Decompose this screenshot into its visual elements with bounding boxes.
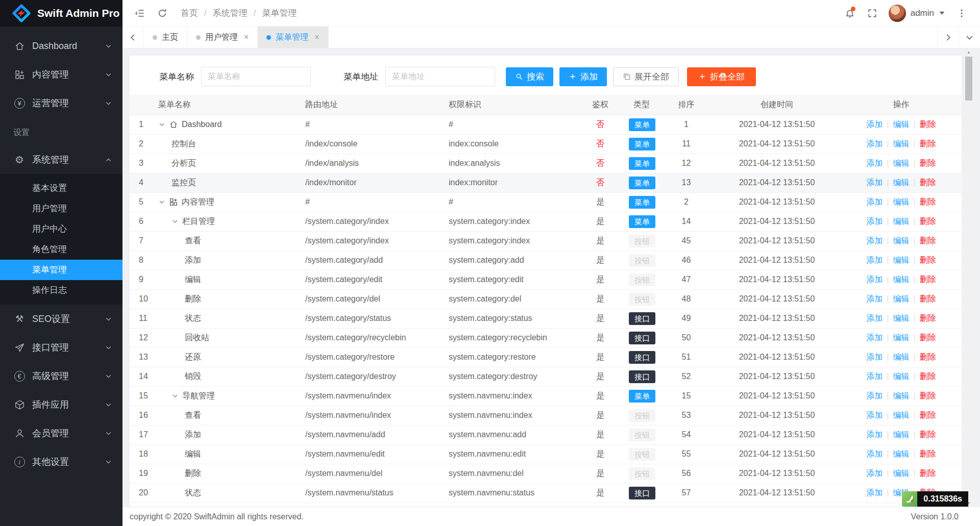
tab-close-icon[interactable]: ×: [244, 33, 249, 42]
add-link[interactable]: 添加: [866, 372, 883, 381]
edit-link[interactable]: 编辑: [893, 217, 910, 226]
sidebar-item-other-settings[interactable]: i其他设置: [0, 447, 122, 476]
add-link[interactable]: 添加: [866, 449, 883, 458]
edit-link[interactable]: 编辑: [893, 469, 910, 478]
sidebar-item-menu-management[interactable]: 菜单管理: [0, 260, 122, 280]
delete-link[interactable]: 删除: [920, 314, 936, 322]
sidebar-item-role-management[interactable]: 角色管理: [0, 239, 122, 260]
fullscreen-icon[interactable]: [861, 0, 884, 26]
trace-logo-icon[interactable]: [902, 491, 917, 507]
edit-link[interactable]: 编辑: [893, 256, 910, 264]
delete-link[interactable]: 删除: [920, 430, 936, 439]
sidebar-item-content-management[interactable]: 内容管理: [0, 60, 122, 89]
edit-link[interactable]: 编辑: [893, 197, 910, 206]
tab-menu-management[interactable]: 菜单管理×: [258, 27, 328, 48]
edit-link[interactable]: 编辑: [893, 120, 910, 129]
edit-link[interactable]: 编辑: [893, 372, 910, 381]
collapse-sidebar-icon[interactable]: [129, 0, 151, 26]
tab-home[interactable]: 主页: [144, 27, 187, 48]
delete-link[interactable]: 删除: [920, 217, 936, 226]
delete-link[interactable]: 删除: [920, 372, 936, 381]
edit-link[interactable]: 编辑: [893, 411, 910, 419]
add-link[interactable]: 添加: [866, 391, 883, 400]
edit-link[interactable]: 编辑: [893, 139, 910, 148]
delete-link[interactable]: 删除: [920, 139, 936, 148]
add-link[interactable]: 添加: [866, 178, 883, 187]
edit-link[interactable]: 编辑: [893, 236, 910, 245]
add-link[interactable]: 添加: [866, 236, 883, 245]
sidebar-item-basic-settings[interactable]: 基本设置: [0, 178, 122, 198]
breadcrumb-item[interactable]: 首页: [181, 7, 198, 19]
delete-link[interactable]: 删除: [920, 159, 936, 167]
add-link[interactable]: 添加: [866, 411, 883, 419]
tabs-scroll-right-button[interactable]: [937, 27, 959, 48]
edit-link[interactable]: 编辑: [893, 449, 910, 458]
sidebar-item-dashboard[interactable]: Dashboard: [0, 32, 122, 60]
sidebar-item-advanced-management[interactable]: €高级管理: [0, 362, 122, 390]
sidebar-item-system-management[interactable]: ⚙系统管理: [0, 145, 122, 174]
edit-link[interactable]: 编辑: [893, 294, 910, 303]
row-expand-icon[interactable]: [158, 121, 165, 128]
edit-link[interactable]: 编辑: [893, 159, 910, 167]
sidebar-item-user-center[interactable]: 用户中心: [0, 219, 122, 239]
sidebar-item-operation-log[interactable]: 操作日志: [0, 280, 122, 300]
edit-link[interactable]: 编辑: [893, 314, 910, 322]
edit-link[interactable]: 编辑: [893, 391, 910, 400]
scrollbar-thumb[interactable]: [965, 57, 972, 101]
add-link[interactable]: 添加: [866, 488, 883, 497]
edit-link[interactable]: 编辑: [893, 178, 910, 187]
more-menu-icon[interactable]: [950, 0, 973, 26]
add-button[interactable]: 添加: [559, 67, 607, 86]
sidebar-item-member-management[interactable]: 会员管理: [0, 419, 122, 447]
delete-link[interactable]: 删除: [920, 120, 936, 129]
search-button[interactable]: 搜索: [506, 67, 553, 86]
edit-link[interactable]: 编辑: [893, 430, 910, 439]
add-link[interactable]: 添加: [866, 139, 883, 148]
menu-name-input[interactable]: [201, 67, 311, 86]
add-link[interactable]: 添加: [866, 256, 883, 264]
add-link[interactable]: 添加: [866, 159, 883, 167]
delete-link[interactable]: 删除: [920, 178, 936, 187]
edit-link[interactable]: 编辑: [893, 275, 910, 284]
delete-link[interactable]: 删除: [920, 197, 936, 206]
delete-link[interactable]: 删除: [920, 275, 936, 284]
add-link[interactable]: 添加: [866, 469, 883, 478]
sidebar-item-operation-management[interactable]: ¥运营管理: [0, 89, 122, 117]
scroll-up-arrow-icon[interactable]: ▲: [964, 48, 974, 56]
add-link[interactable]: 添加: [866, 430, 883, 439]
vertical-scrollbar[interactable]: ▲ ▼: [964, 48, 974, 507]
delete-link[interactable]: 删除: [920, 353, 936, 361]
tabs-menu-button[interactable]: [959, 27, 980, 48]
row-expand-icon[interactable]: [158, 198, 165, 206]
delete-link[interactable]: 删除: [920, 411, 936, 419]
delete-link[interactable]: 删除: [920, 294, 936, 303]
add-link[interactable]: 添加: [866, 120, 883, 129]
tabs-scroll-left-button[interactable]: [122, 27, 144, 48]
tab-close-icon[interactable]: ×: [314, 33, 319, 42]
edit-link[interactable]: 编辑: [893, 333, 910, 342]
sidebar-item-user-management[interactable]: 用户管理: [0, 198, 122, 219]
breadcrumb-item[interactable]: 菜单管理: [262, 7, 297, 19]
collapse-all-button[interactable]: 折叠全部: [687, 67, 756, 86]
menu-url-input[interactable]: [385, 67, 495, 86]
add-link[interactable]: 添加: [866, 197, 883, 206]
sidebar-item-api-management[interactable]: 接口管理: [0, 333, 122, 362]
row-expand-icon[interactable]: [172, 392, 179, 399]
delete-link[interactable]: 删除: [920, 469, 936, 478]
refresh-icon[interactable]: [151, 0, 174, 26]
add-link[interactable]: 添加: [866, 275, 883, 284]
add-link[interactable]: 添加: [866, 333, 883, 342]
notification-bell-icon[interactable]: [839, 0, 861, 26]
tab-user-management[interactable]: 用户管理×: [187, 27, 258, 48]
add-link[interactable]: 添加: [866, 353, 883, 361]
row-expand-icon[interactable]: [172, 218, 179, 225]
delete-link[interactable]: 删除: [920, 333, 936, 342]
user-menu[interactable]: admin: [884, 5, 950, 22]
delete-link[interactable]: 删除: [920, 449, 936, 458]
delete-link[interactable]: 删除: [920, 236, 936, 245]
delete-link[interactable]: 删除: [920, 256, 936, 264]
delete-link[interactable]: 删除: [920, 391, 936, 400]
breadcrumb-item[interactable]: 系统管理: [213, 7, 248, 19]
add-link[interactable]: 添加: [866, 294, 883, 303]
add-link[interactable]: 添加: [866, 314, 883, 322]
